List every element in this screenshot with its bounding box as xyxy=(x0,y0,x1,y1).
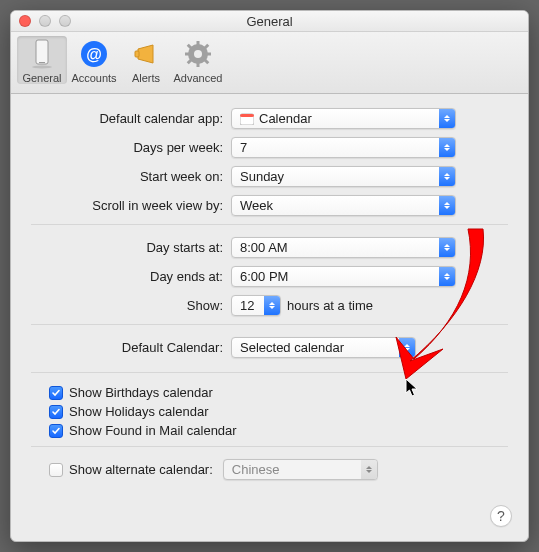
scroll-week-select[interactable]: Week xyxy=(231,195,456,216)
tab-alerts[interactable]: Alerts xyxy=(121,36,171,84)
start-week-select[interactable]: Sunday xyxy=(231,166,456,187)
svg-rect-0 xyxy=(36,40,48,64)
holidays-checkbox-row[interactable]: Show Holidays calendar xyxy=(49,404,508,419)
svg-text:@: @ xyxy=(86,46,102,63)
checkbox-checked-icon xyxy=(49,424,63,438)
separator xyxy=(31,224,508,225)
separator xyxy=(31,372,508,373)
default-calendar-select[interactable]: Selected calendar xyxy=(231,337,416,358)
content-pane: Default calendar app: Calendar Days per … xyxy=(11,94,528,480)
default-calendar-label: Default Calendar: xyxy=(31,340,231,355)
stepper-arrows-icon xyxy=(439,238,455,257)
found-in-mail-label: Show Found in Mail calendar xyxy=(69,423,237,438)
stepper-arrows-icon xyxy=(399,338,415,357)
tab-label: General xyxy=(17,72,67,84)
day-starts-value: 8:00 AM xyxy=(240,240,288,255)
tab-general[interactable]: General xyxy=(17,36,67,84)
stepper-arrows-icon xyxy=(361,460,377,479)
checkbox-checked-icon xyxy=(49,405,63,419)
show-hours-select[interactable]: 12 xyxy=(231,295,281,316)
svg-rect-8 xyxy=(197,41,200,46)
separator xyxy=(31,446,508,447)
day-starts-select[interactable]: 8:00 AM xyxy=(231,237,456,258)
holidays-label: Show Holidays calendar xyxy=(69,404,208,419)
checkbox-checked-icon xyxy=(49,386,63,400)
birthdays-label: Show Birthdays calendar xyxy=(69,385,213,400)
general-icon xyxy=(26,38,58,70)
birthdays-checkbox-row[interactable]: Show Birthdays calendar xyxy=(49,385,508,400)
svg-point-7 xyxy=(194,50,202,58)
day-ends-label: Day ends at: xyxy=(31,269,231,284)
days-per-week-value: 7 xyxy=(240,140,247,155)
alternate-calendar-select: Chinese xyxy=(223,459,378,480)
start-week-value: Sunday xyxy=(240,169,284,184)
separator xyxy=(31,324,508,325)
minimize-button[interactable] xyxy=(39,15,51,27)
days-per-week-select[interactable]: 7 xyxy=(231,137,456,158)
tab-advanced[interactable]: Advanced xyxy=(173,36,223,84)
scroll-week-value: Week xyxy=(240,198,273,213)
stepper-arrows-icon xyxy=(439,196,455,215)
tab-label: Accounts xyxy=(69,72,119,84)
window-title: General xyxy=(246,14,292,29)
svg-rect-1 xyxy=(39,62,45,63)
stepper-arrows-icon xyxy=(439,267,455,286)
help-icon: ? xyxy=(497,508,505,524)
stepper-arrows-icon xyxy=(439,167,455,186)
hours-suffix: hours at a time xyxy=(287,298,373,313)
default-calendar-value: Selected calendar xyxy=(240,340,344,355)
show-label: Show: xyxy=(31,298,231,313)
scroll-week-label: Scroll in week view by: xyxy=(31,198,231,213)
svg-rect-17 xyxy=(240,114,254,117)
tab-accounts[interactable]: @ Accounts xyxy=(69,36,119,84)
found-in-mail-checkbox-row[interactable]: Show Found in Mail calendar xyxy=(49,423,508,438)
alternate-checkbox[interactable] xyxy=(49,463,63,477)
alternate-label: Show alternate calendar: xyxy=(69,462,213,477)
start-week-label: Start week on: xyxy=(31,169,231,184)
help-button[interactable]: ? xyxy=(490,505,512,527)
accounts-icon: @ xyxy=(78,38,110,70)
traffic-lights xyxy=(19,15,71,27)
default-app-select[interactable]: Calendar xyxy=(231,108,456,129)
svg-rect-5 xyxy=(135,51,139,57)
svg-rect-11 xyxy=(206,53,211,56)
tab-label: Alerts xyxy=(121,72,171,84)
gear-icon xyxy=(182,38,214,70)
day-starts-label: Day starts at: xyxy=(31,240,231,255)
show-hours-value: 12 xyxy=(240,298,254,313)
svg-rect-9 xyxy=(197,62,200,67)
close-button[interactable] xyxy=(19,15,31,27)
titlebar: General xyxy=(11,11,528,32)
stepper-arrows-icon xyxy=(439,109,455,128)
svg-rect-10 xyxy=(185,53,190,56)
day-ends-value: 6:00 PM xyxy=(240,269,288,284)
tab-label: Advanced xyxy=(173,72,223,84)
calendar-icon xyxy=(240,112,254,125)
alternate-calendar-value: Chinese xyxy=(232,462,280,477)
alerts-icon xyxy=(130,38,162,70)
preferences-window: General General @ Accounts Alerts Advanc… xyxy=(10,10,529,542)
days-per-week-label: Days per week: xyxy=(31,140,231,155)
day-ends-select[interactable]: 6:00 PM xyxy=(231,266,456,287)
toolbar: General @ Accounts Alerts Advanced xyxy=(11,32,528,94)
svg-point-2 xyxy=(32,66,52,69)
default-app-value: Calendar xyxy=(259,111,312,126)
stepper-arrows-icon xyxy=(264,296,280,315)
stepper-arrows-icon xyxy=(439,138,455,157)
zoom-button[interactable] xyxy=(59,15,71,27)
default-app-label: Default calendar app: xyxy=(31,111,231,126)
